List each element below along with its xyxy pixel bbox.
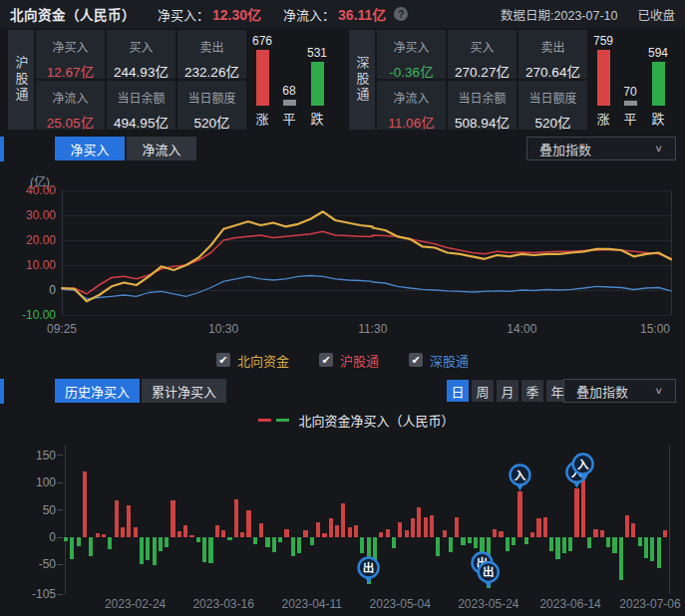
- y-axis-tick-label: 20.00: [6, 233, 56, 247]
- period-quarter-button[interactable]: 季: [521, 380, 543, 402]
- overlay-index-select[interactable]: 叠加指数 ∨: [526, 137, 676, 160]
- advancers-bar: [256, 50, 269, 106]
- y-axis-tick-label: 150: [6, 449, 56, 462]
- stat-cell: 净买入-0.36亿: [377, 30, 446, 79]
- tab-net-buy[interactable]: 净买入: [55, 137, 125, 160]
- x-axis-tick-label: 10:30: [208, 322, 238, 336]
- period-month-button[interactable]: 月: [497, 380, 518, 402]
- advancers-group: 676涨: [248, 30, 276, 126]
- x-axis-tick-label: 2023-06-14: [539, 597, 600, 611]
- x-axis-tick-label: 15:00: [640, 322, 670, 336]
- intraday-line-chart: (亿) 40.0030.0020.0010.000-10.0009:2510:3…: [0, 162, 685, 344]
- x-axis-tick-label: 11:30: [358, 322, 387, 336]
- help-icon[interactable]: ?: [394, 7, 408, 21]
- accent-bar: [0, 137, 4, 161]
- unchanged-bar: [283, 100, 296, 106]
- history-bar-chart: 出出出入入入150100500-50-1052023-02-242023-03-…: [0, 429, 685, 616]
- bar-chart-legend-label: 北向资金净买入（人民币）: [298, 411, 454, 430]
- net-inflow-stat: 净流入： 36.11亿: [283, 4, 386, 24]
- stat-cell: 净买入12.67亿: [36, 30, 105, 79]
- svg-text:入: 入: [577, 459, 589, 470]
- shen-connect-tab-label: 深股通: [349, 30, 375, 130]
- checkbox-label: 北向资金: [237, 351, 289, 370]
- net-buy-value: 12.30亿: [212, 4, 261, 24]
- stat-cell: 当日额度520亿: [177, 81, 246, 130]
- stat-cell: 当日余额508.94亿: [448, 81, 516, 130]
- x-axis-tick-label: 2023-03-16: [192, 597, 253, 611]
- market-status: 已收盘: [637, 5, 675, 24]
- y-axis-tick-label: 0: [6, 530, 56, 544]
- hu-advance-decline-chart: 676涨 68平 531跌: [246, 30, 341, 130]
- svg-text:出: 出: [483, 565, 495, 578]
- x-axis-tick-label: 2023-02-24: [105, 597, 166, 611]
- period-day-button[interactable]: 日: [447, 380, 469, 402]
- x-axis-tick-label: 14:00: [507, 322, 536, 336]
- stat-cell: 当日额度520亿: [518, 81, 587, 130]
- x-axis-tick-label: 2023-07-06: [619, 597, 680, 611]
- bar-chart-legend: 北向资金净买入（人民币）: [14, 411, 685, 429]
- unchanged-bar: [624, 101, 637, 106]
- outflow-signal-pin: 出: [359, 558, 379, 584]
- chevron-down-icon: ∨: [654, 385, 663, 396]
- checkbox-checked-icon[interactable]: ✔: [319, 353, 333, 367]
- unchanged-group: 70平: [616, 30, 644, 126]
- x-axis-tick-label: 09:25: [47, 322, 77, 336]
- intraday-tab-row: 净买入 净流入 叠加指数 ∨: [0, 137, 685, 161]
- net-inflow-label: 净流入：: [283, 5, 335, 24]
- period-week-button[interactable]: 周: [472, 380, 494, 402]
- advancers-group: 759涨: [589, 30, 617, 126]
- y-axis-tick-label: 100: [6, 475, 56, 489]
- line-chart-svg: [0, 162, 685, 344]
- header-bar: 北向资金（人民币） 净买入： 12.30亿 净流入： 36.11亿 ? 数据日期…: [0, 0, 685, 28]
- y-axis-tick-label: 30.00: [6, 208, 56, 222]
- advancers-bar: [597, 50, 610, 106]
- inflow-signal-pin: 入: [511, 465, 530, 491]
- y-axis-tick-label: 40.00: [6, 183, 56, 197]
- y-axis-tick-label: -105: [6, 587, 56, 601]
- overlay-index-select[interactable]: 叠加指数 ∨: [563, 379, 676, 403]
- stat-cell: 卖出270.64亿: [518, 30, 587, 79]
- y-axis-tick-label: -10.00: [6, 308, 56, 322]
- checkbox-north-capital[interactable]: ✔ 北向资金: [216, 351, 289, 370]
- y-axis-tick-label: 0: [6, 283, 56, 297]
- stat-cell: 净流入11.06亿: [377, 81, 446, 130]
- stat-cell: 买入244.93亿: [107, 30, 175, 79]
- page-title: 北向资金（人民币）: [10, 4, 136, 24]
- x-axis-tick-label: 2023-04-11: [281, 597, 342, 611]
- net-buy-label: 净买入：: [158, 5, 209, 24]
- x-axis-tick-label: 2023-05-04: [370, 597, 431, 611]
- shen-connect-panel: 深股通 净买入-0.36亿 买入270.27亿 卖出270.64亿 净流入11.…: [349, 30, 682, 130]
- decliners-bar: [311, 62, 324, 106]
- y-axis-tick-label: -50: [6, 557, 56, 571]
- data-date: 数据日期:2023-07-10: [501, 5, 617, 24]
- tab-cumulative-net-buy[interactable]: 累计净买入: [142, 379, 226, 403]
- shen-advance-decline-chart: 759涨 70平 594跌: [587, 30, 682, 130]
- stat-cell: 净流入25.05亿: [36, 81, 105, 130]
- unchanged-group: 68平: [275, 30, 303, 126]
- overlay-index-label: 叠加指数: [539, 140, 591, 158]
- checkbox-checked-icon[interactable]: ✔: [409, 353, 423, 367]
- history-tab-row: 历史净买入 累计净买入 日 周 月 季 年 叠加指数 ∨: [0, 379, 685, 404]
- northbound-capital-dashboard: 北向资金（人民币） 净买入： 12.30亿 净流入： 36.11亿 ? 数据日期…: [0, 0, 685, 616]
- stat-cell: 当日余额494.95亿: [107, 81, 175, 130]
- tab-history-net-buy[interactable]: 历史净买入: [55, 379, 140, 403]
- decliners-group: 531跌: [303, 30, 331, 126]
- bar-chart-svg: 出出出入入入: [0, 429, 685, 616]
- checkbox-shen-connect[interactable]: ✔ 深股通: [409, 351, 469, 370]
- outflow-signal-pin: 出: [479, 562, 499, 588]
- net-buy-stat: 净买入： 12.30亿: [158, 4, 261, 24]
- y-axis-tick-label: 50: [6, 503, 56, 517]
- decliners-bar: [652, 62, 665, 106]
- net-inflow-value: 36.11亿: [338, 4, 386, 24]
- overlay-index-label: 叠加指数: [576, 382, 628, 401]
- svg-text:出: 出: [363, 561, 375, 574]
- hu-connect-panel: 沪股通 净买入12.67亿 买入244.93亿 卖出232.26亿 净流入25.…: [8, 30, 341, 130]
- tab-net-inflow[interactable]: 净流入: [127, 137, 196, 160]
- checkbox-hu-connect[interactable]: ✔ 沪股通: [319, 351, 379, 370]
- hu-connect-stats: 净买入12.67亿 买入244.93亿 卖出232.26亿 净流入25.05亿 …: [36, 30, 246, 130]
- checkbox-checked-icon[interactable]: ✔: [216, 353, 230, 367]
- accent-bar: [0, 379, 4, 404]
- x-axis-tick-label: 2023-05-24: [458, 597, 518, 611]
- checkbox-label: 深股通: [430, 351, 469, 370]
- y-axis-tick-label: 10.00: [6, 258, 56, 272]
